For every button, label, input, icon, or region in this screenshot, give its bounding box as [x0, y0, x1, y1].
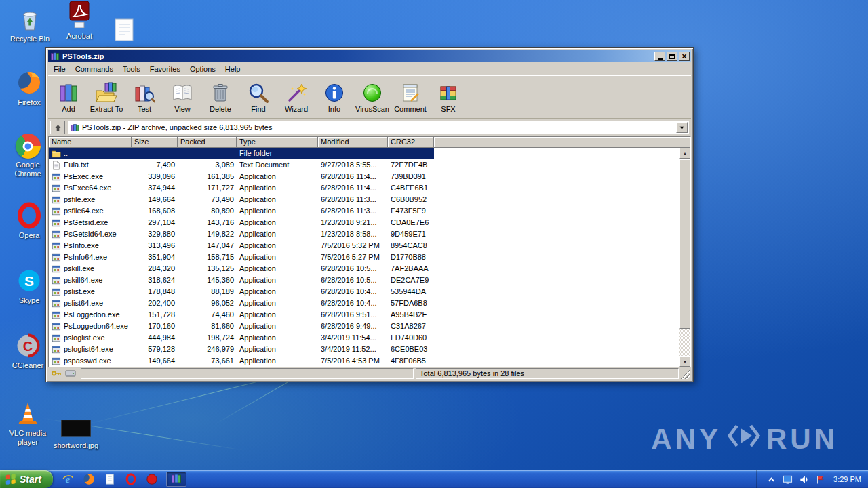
menu-item-favorites[interactable]: Favorites	[145, 63, 185, 75]
menu-item-help[interactable]: Help	[220, 63, 245, 75]
quicklaunch-document-icon[interactable]	[103, 472, 117, 486]
scrollbar-thumb[interactable]	[679, 159, 690, 329]
file-row-psfile64.exe[interactable]: psfile64.exe 168,608 80,890 Application …	[49, 205, 434, 217]
menu-bar: FileCommandsToolsFavoritesOptionsHelp	[48, 62, 691, 75]
acrobat-icon	[64, 3, 94, 30]
file-crc32	[388, 148, 434, 159]
disk-icon[interactable]	[65, 369, 76, 378]
column-header-crc32[interactable]: CRC32	[388, 137, 434, 148]
file-row-pslist64.exe[interactable]: pslist64.exe 202,400 96,052 Application …	[49, 298, 434, 309]
tray-volume-icon[interactable]	[798, 474, 809, 485]
column-header-modified[interactable]: Modified	[318, 137, 388, 148]
toolbar-sfx-button[interactable]: SFX	[429, 77, 467, 118]
file-row-pslist.exe[interactable]: pslist.exe 178,848 88,189 Application 6/…	[49, 286, 434, 298]
toolbar-extract-button[interactable]: Extract To	[87, 77, 125, 118]
file-name: pspasswd.exe	[64, 355, 111, 367]
up-one-level-button[interactable]	[50, 121, 65, 134]
virusscan-icon	[361, 82, 383, 104]
combo-dropdown-button[interactable]	[676, 122, 688, 133]
file-row-psloglist64.exe[interactable]: psloglist64.exe 579,128 246,979 Applicat…	[49, 344, 434, 355]
column-header-name[interactable]: Name	[49, 137, 132, 148]
wizard-icon	[285, 82, 307, 104]
close-button[interactable]: ×	[679, 52, 690, 61]
file-size: 168,608	[132, 205, 178, 217]
file-row-psloggedon.exe[interactable]: PsLoggedon.exe 151,728 74,460 Applicatio…	[49, 309, 434, 321]
resize-grip[interactable]	[681, 370, 690, 379]
quicklaunch-firefox-icon[interactable]	[82, 472, 96, 486]
file-type: Application	[237, 217, 318, 228]
scroll-up-button[interactable]: ▲	[679, 148, 690, 159]
scrollbar-track[interactable]	[679, 159, 690, 356]
file-modified: 6/28/2016 11:4...	[318, 182, 388, 194]
vertical-scrollbar[interactable]: ▲ ▼	[679, 148, 690, 367]
quicklaunch-red-circle-icon[interactable]	[145, 472, 159, 486]
window-titlebar[interactable]: PSTools.zip ×	[48, 50, 691, 62]
toolbar-delete-button[interactable]: Delete	[201, 77, 239, 118]
file-row-psloggedon64.exe[interactable]: PsLoggedon64.exe 170,160 81,660 Applicat…	[49, 321, 434, 332]
file-row-parent[interactable]: .. File folder	[49, 148, 434, 159]
desktop-icon-shortword[interactable]: shortword.jpg	[50, 412, 102, 450]
file-row-psexec64.exe[interactable]: PsExec64.exe 374,944 171,727 Application…	[49, 182, 434, 194]
desktop-icon-acrobat[interactable]: Acrobat	[57, 3, 102, 41]
key-icon[interactable]	[51, 369, 62, 378]
toolbar-test-button[interactable]: Test	[125, 77, 163, 118]
maximize-button[interactable]	[667, 52, 677, 61]
system-tray: 3:29 PM	[757, 470, 868, 488]
app-icon	[52, 276, 61, 285]
desktop-icon-vlc[interactable]: VLC media player	[5, 400, 50, 447]
quicklaunch-opera-icon[interactable]	[124, 472, 138, 486]
desktop-icon-chrome[interactable]: Google Chrome	[5, 131, 50, 178]
toolbar-wizard-button[interactable]: Wizard	[277, 77, 315, 118]
archive-path-combo[interactable]: PSTools.zip - ZIP archive, unpacked size…	[68, 121, 689, 134]
file-row-pspasswd.exe[interactable]: pspasswd.exe 149,664 73,661 Application …	[49, 355, 434, 367]
column-header-type[interactable]: Type	[237, 137, 318, 148]
desktop-icon-recycle-bin[interactable]: Recycle Bin	[7, 5, 52, 43]
file-row-pskill64.exe[interactable]: pskill64.exe 318,624 145,360 Application…	[49, 274, 434, 286]
app-icon	[52, 184, 61, 193]
minimize-button[interactable]	[654, 52, 665, 61]
file-name: pskill64.exe	[64, 274, 102, 286]
start-button[interactable]: Start	[0, 470, 53, 488]
file-row-psgetsid64.exe[interactable]: PsGetsid64.exe 329,880 149,822 Applicati…	[49, 228, 434, 240]
quicklaunch-ie-icon[interactable]: e	[61, 472, 75, 486]
taskbar-clock[interactable]: 3:29 PM	[831, 475, 861, 483]
txt-icon	[52, 161, 61, 170]
desktop-icon-ccleaner[interactable]: C CCleaner	[5, 332, 50, 370]
menu-item-commands[interactable]: Commands	[71, 63, 118, 75]
file-modified: 6/28/2016 11:4...	[318, 171, 388, 182]
scroll-down-button[interactable]: ▼	[679, 356, 690, 367]
tray-flag-icon[interactable]	[814, 474, 825, 485]
up-arrow-icon	[54, 123, 62, 132]
menu-item-options[interactable]: Options	[185, 63, 220, 75]
file-row-psinfo.exe[interactable]: PsInfo.exe 313,496 147,047 Application 7…	[49, 240, 434, 251]
file-row-psgetsid.exe[interactable]: PsGetsid.exe 297,104 143,716 Application…	[49, 217, 434, 228]
file-row-psexec.exe[interactable]: PsExec.exe 339,096 161,385 Application 6…	[49, 171, 434, 182]
file-crc32: D1770B88	[388, 251, 434, 263]
app-icon	[52, 333, 61, 343]
file-name: PsLoggedon64.exe	[64, 321, 128, 332]
tray-display-icon[interactable]	[782, 474, 793, 485]
ccleaner-icon: C	[13, 332, 43, 359]
menu-item-file[interactable]: File	[49, 63, 71, 75]
column-headers: NameSizePackedTypeModifiedCRC32	[49, 137, 690, 148]
taskbar-winrar-button[interactable]	[166, 472, 186, 487]
toolbar-find-button[interactable]: Find	[239, 77, 277, 118]
tray-chevron-up-icon[interactable]	[766, 474, 776, 485]
toolbar-comment-button[interactable]: Comment	[391, 77, 429, 118]
file-row-pskill.exe[interactable]: pskill.exe 284,320 135,125 Application 6…	[49, 263, 434, 274]
toolbar-button-label: Wizard	[285, 105, 308, 113]
file-row-eula.txt[interactable]: Eula.txt 7,490 3,089 Text Document 9/27/…	[49, 159, 434, 171]
file-row-psfile.exe[interactable]: psfile.exe 149,664 73,490 Application 6/…	[49, 194, 434, 205]
toolbar-info-button[interactable]: Info	[315, 77, 353, 118]
toolbar-add-button[interactable]: Add	[50, 77, 87, 118]
toolbar-view-button[interactable]: View	[163, 77, 201, 118]
menu-item-tools[interactable]: Tools	[118, 63, 145, 75]
toolbar-virusscan-button[interactable]: VirusScan	[353, 77, 391, 118]
column-header-size[interactable]: Size	[132, 137, 178, 148]
file-row-psloglist.exe[interactable]: psloglist.exe 444,984 198,724 Applicatio…	[49, 332, 434, 344]
column-header-packed[interactable]: Packed	[178, 137, 237, 148]
file-modified: 1/23/2018 8:58...	[318, 228, 388, 240]
file-row-psinfo64.exe[interactable]: PsInfo64.exe 351,904 158,715 Application…	[49, 251, 434, 263]
file-name: psloglist.exe	[64, 332, 105, 344]
start-label: Start	[20, 474, 41, 485]
